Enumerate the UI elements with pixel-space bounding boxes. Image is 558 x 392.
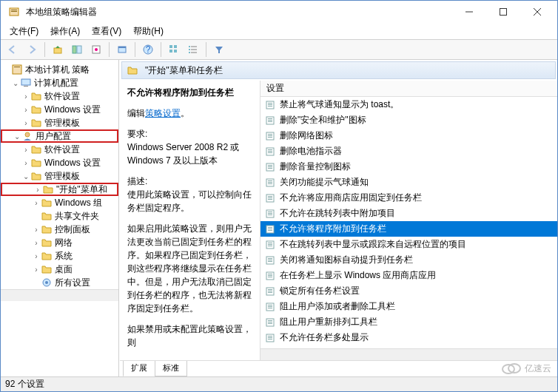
separator	[135, 42, 135, 57]
setting-row[interactable]: 不允许将程序附加到任务栏	[260, 221, 557, 237]
menu-action[interactable]: 操作(A)	[44, 24, 86, 39]
setting-row[interactable]: 阻止用户重新排列工具栏	[260, 314, 557, 330]
setting-row[interactable]: 锁定所有任务栏设置	[260, 283, 557, 299]
setting-row[interactable]: 禁止将气球通知显示为 toast。	[260, 97, 557, 112]
expand-icon[interactable]: ›	[32, 199, 41, 207]
tree-item[interactable]: ›Windows 组	[1, 196, 118, 209]
collapse-icon[interactable]: ⌄	[11, 79, 20, 87]
requirements-text: Windows Server 2008 R2 或 Windows 7 及以上版本	[127, 142, 239, 166]
svg-rect-35	[268, 104, 272, 105]
menu-file[interactable]: 文件(F)	[4, 24, 44, 39]
setting-row[interactable]: 删除"安全和维护"图标	[260, 112, 557, 128]
list-h-scrollbar[interactable]	[260, 348, 557, 360]
toolbar: ?	[1, 39, 557, 60]
svg-rect-86	[268, 305, 272, 305]
policy-icon	[11, 64, 23, 75]
setting-icon	[265, 162, 275, 172]
setting-row[interactable]: 删除网络图标	[260, 128, 557, 143]
svg-rect-72	[268, 246, 272, 246]
expand-icon[interactable]: ›	[32, 252, 41, 260]
menu-help[interactable]: 帮助(H)	[127, 24, 169, 39]
setting-label: 关闭功能提示气球通知	[280, 176, 369, 189]
tree-h-scrollbar[interactable]	[1, 289, 118, 301]
svg-rect-66	[268, 227, 272, 228]
setting-row[interactable]: 在任务栏上显示 Windows 应用商店应用	[260, 268, 557, 283]
svg-rect-84	[268, 292, 272, 293]
edit-policy-link[interactable]: 策略设置	[145, 108, 181, 118]
tree-root[interactable]: 本地计算机 策略	[1, 63, 118, 76]
setting-row[interactable]: 不允许将应用商店应用固定到任务栏	[260, 190, 557, 206]
svg-rect-17	[174, 45, 177, 48]
filter-button[interactable]	[210, 41, 228, 58]
svg-rect-18	[169, 50, 172, 53]
properties-button[interactable]	[113, 41, 131, 58]
tree-computer-config[interactable]: ⌄计算机配置	[1, 76, 118, 89]
tree-item[interactable]: ›桌面	[1, 263, 118, 276]
tree-item[interactable]: ›Windows 设置	[1, 156, 118, 169]
svg-rect-42	[268, 134, 272, 135]
tree-item[interactable]: ›网络	[1, 236, 118, 249]
tree-item[interactable]: ›系统	[1, 249, 118, 263]
expand-icon[interactable]: ›	[21, 159, 30, 167]
tree-pane[interactable]: 本地计算机 策略 ⌄计算机配置 ›软件设置 ›Windows 设置 ›管理模板 …	[1, 60, 119, 376]
tree-item[interactable]: ›控制面板	[1, 223, 118, 236]
expand-icon[interactable]: ›	[21, 106, 30, 114]
menu-view[interactable]: 查看(V)	[86, 24, 127, 39]
expand-icon[interactable]: ›	[21, 146, 30, 154]
setting-row[interactable]: 阻止用户添加或者删除工具栏	[260, 299, 557, 314]
expand-icon[interactable]: ›	[21, 119, 30, 127]
svg-rect-36	[268, 106, 272, 107]
svg-rect-55	[268, 182, 272, 183]
setting-icon	[265, 193, 275, 203]
setting-row[interactable]: 删除音量控制图标	[260, 159, 557, 175]
show-hide-tree-button[interactable]	[68, 41, 86, 58]
svg-rect-43	[268, 135, 272, 136]
tree-start-menu[interactable]: ›"开始"菜单和	[1, 183, 118, 196]
list-button[interactable]	[184, 41, 202, 58]
tree-user-config[interactable]: ⌄用户配置	[1, 129, 118, 143]
settings-list[interactable]: 禁止将气球通知显示为 toast。删除"安全和维护"图标删除网络图标删除电池指示…	[260, 97, 557, 348]
setting-row[interactable]: 关闭将通知图标自动提升到任务栏	[260, 252, 557, 268]
tree-admin-templates[interactable]: ⌄管理模板	[1, 169, 118, 183]
svg-rect-80	[268, 277, 272, 277]
expand-icon[interactable]: ›	[33, 186, 42, 194]
setting-row[interactable]: 删除电池指示器	[260, 143, 557, 159]
tree-all-settings[interactable]: 所有设置	[1, 276, 118, 289]
expand-icon[interactable]: ›	[21, 92, 30, 101]
svg-rect-64	[268, 214, 272, 215]
tree-item[interactable]: ›Windows 设置	[1, 103, 118, 116]
list-header-setting[interactable]: 设置	[260, 81, 557, 97]
selected-policy-title: 不允许将程序附加到任务栏	[127, 87, 252, 99]
tab-standard[interactable]: 标准	[155, 361, 187, 376]
expand-icon[interactable]: ›	[32, 226, 41, 234]
svg-rect-51	[268, 166, 272, 167]
svg-rect-90	[268, 320, 272, 321]
tree-label: "开始"菜单和	[56, 183, 107, 196]
folder-icon	[30, 117, 42, 129]
expand-icon[interactable]: ›	[32, 266, 41, 274]
tree-item[interactable]: ›管理模板	[1, 116, 118, 129]
minimize-button[interactable]	[452, 1, 486, 23]
help-button[interactable]: ?	[139, 41, 157, 58]
svg-rect-39	[268, 120, 272, 121]
svg-rect-16	[169, 45, 172, 48]
setting-row[interactable]: 不允许任务栏多处显示	[260, 330, 557, 345]
collapse-icon[interactable]: ⌄	[21, 172, 30, 180]
export-button[interactable]	[87, 41, 105, 58]
maximize-button[interactable]	[486, 1, 520, 23]
expand-icon[interactable]: ›	[32, 239, 41, 247]
icons-button[interactable]	[165, 41, 183, 58]
tree-item[interactable]: ›软件设置	[1, 89, 118, 103]
setting-row[interactable]: 不在跳转列表中显示或跟踪来自远程位置的项目	[260, 237, 557, 252]
collapse-icon[interactable]: ⌄	[13, 132, 21, 141]
close-button[interactable]	[520, 1, 554, 23]
back-button[interactable]	[4, 41, 21, 58]
tree-item[interactable]: 共享文件夹	[1, 209, 118, 223]
up-button[interactable]	[49, 41, 67, 58]
setting-row[interactable]: 不允许在跳转列表中附加项目	[260, 206, 557, 221]
forward-button[interactable]	[23, 41, 41, 58]
setting-row[interactable]: 关闭功能提示气球通知	[260, 175, 557, 190]
tab-extended[interactable]: 扩展	[123, 361, 155, 376]
svg-rect-60	[268, 199, 272, 200]
tree-item[interactable]: ›软件设置	[1, 143, 118, 156]
